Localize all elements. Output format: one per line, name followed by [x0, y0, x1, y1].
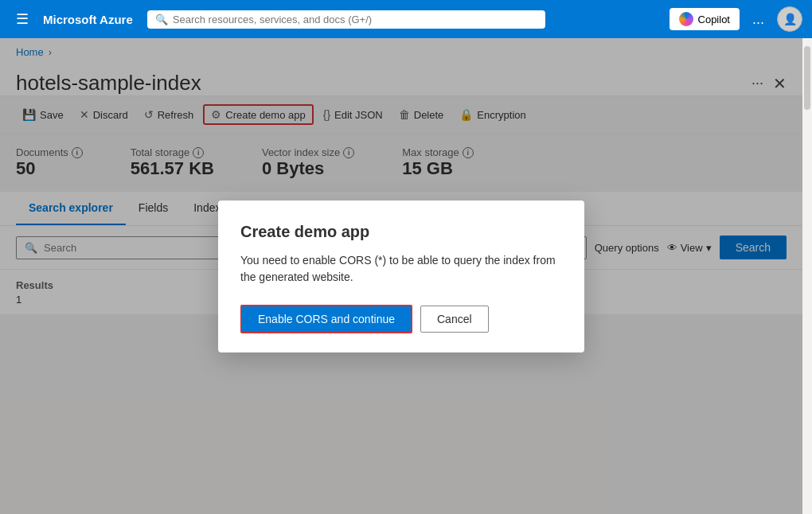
topbar-right: Copilot ... 👤 [670, 6, 802, 32]
hamburger-icon[interactable]: ☰ [10, 7, 35, 31]
copilot-icon [679, 12, 693, 26]
copilot-button[interactable]: Copilot [670, 8, 740, 30]
modal-overlay: Create demo app You need to enable CORS … [0, 38, 802, 514]
avatar: 👤 [777, 6, 802, 32]
modal-footer: Enable CORS and continue Cancel [240, 305, 562, 333]
scrollbar-thumb[interactable] [804, 46, 810, 110]
topbar: ☰ Microsoft Azure 🔍 Copilot ... 👤 [0, 0, 812, 38]
scrollbar-track [802, 38, 812, 514]
copilot-label: Copilot [698, 14, 730, 25]
search-icon: 🔍 [155, 14, 168, 25]
modal-dialog: Create demo app You need to enable CORS … [218, 201, 584, 352]
cancel-button[interactable]: Cancel [420, 306, 489, 333]
modal-title: Create demo app [240, 223, 562, 241]
main-content: Home › hotels-sample-index ··· ✕ 💾 Save … [0, 38, 802, 514]
content-area: Home › hotels-sample-index ··· ✕ 💾 Save … [0, 38, 812, 514]
modal-body: You need to enable CORS (*) to be able t… [240, 252, 562, 286]
enable-cors-button[interactable]: Enable CORS and continue [240, 305, 412, 333]
brand-label: Microsoft Azure [43, 13, 133, 26]
topbar-more-icon[interactable]: ... [746, 8, 771, 31]
global-search-box[interactable]: 🔍 [147, 10, 545, 29]
global-search-input[interactable] [173, 14, 537, 25]
